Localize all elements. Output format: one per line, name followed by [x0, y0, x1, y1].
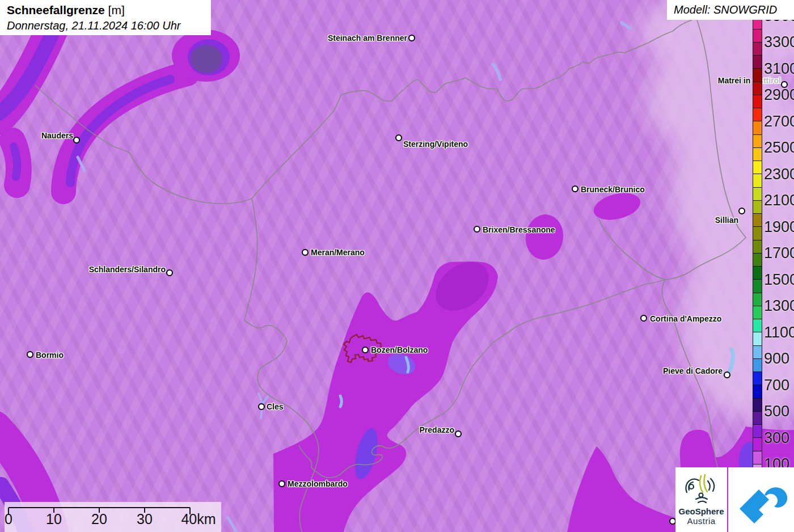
colorbar-segment [753, 42, 762, 55]
city-label: Cles [267, 402, 284, 412]
map-title: Schneefallgrenze [m] [7, 2, 204, 18]
city-label: Meran/Merano [311, 247, 365, 257]
city-marker-brixen-bressanone [474, 226, 480, 233]
colorbar-segment [753, 358, 762, 371]
colorbar-segment [753, 451, 762, 464]
colorbar-segment [753, 293, 762, 306]
colorbar-tick-label: 2900 [764, 86, 794, 103]
model-box: Modell: SNOWGRID [667, 0, 794, 20]
scalebar-label: 0 [5, 511, 12, 527]
colorbar-segment [753, 55, 762, 68]
colorbar-segment [753, 82, 762, 95]
city-label: Cortina d'Ampezzo [650, 314, 721, 324]
colorbar-tick-label: 2300 [764, 166, 794, 183]
colorbar-tick-label: 1700 [764, 244, 794, 261]
colorbar-segment [753, 226, 762, 239]
colorbar-segment [753, 398, 762, 411]
colorbar-tick-label: 700 [764, 377, 789, 394]
title-parameter: Schneefallgrenze [7, 3, 105, 16]
scalebar: 010203040km [5, 502, 221, 532]
colorbar-segment [753, 253, 762, 266]
city-marker-steinach-am-brenner [408, 35, 415, 41]
colorbar-segment [753, 437, 762, 450]
city-label: Bruneck/Brunico [581, 184, 645, 195]
colorbar-tick-label: 3300 [764, 33, 794, 50]
colorbar-segment [753, 385, 762, 398]
city-label: Nauders [41, 130, 73, 141]
city-label: Brixen/Bressanone [483, 225, 555, 235]
colorbar-segment [753, 332, 762, 345]
colorbar-tick-label: 2100 [764, 192, 794, 209]
colorbar-tick-label: 500 [764, 403, 789, 420]
colorbar-tick-label: 1100 [764, 324, 794, 341]
geosphere-contours-icon [683, 474, 720, 506]
geosphere-logo-box: GeoSphere Austria [675, 467, 727, 532]
colorbar-tick-label: 1500 [764, 271, 794, 288]
colorbar-segment [753, 345, 762, 358]
colorbar-segment [753, 200, 762, 213]
city-label: Matrei in Osttirol [718, 75, 781, 86]
snowline-colorbar [753, 2, 762, 471]
city-marker-meran-merano [302, 249, 309, 256]
colorbar-segment [753, 161, 762, 174]
colorbar-segment [753, 266, 762, 279]
colorbar-segment [753, 134, 762, 147]
city-marker-nauders [73, 137, 80, 143]
colorbar-tick-label: 2500 [764, 139, 794, 156]
colorbar-segment [753, 319, 762, 332]
title-box: Schneefallgrenze [m] Donnerstag, 21.11.2… [0, 0, 211, 35]
geosphere-name: GeoSphere [678, 506, 724, 516]
model-label: Modell: SNOWGRID [674, 3, 777, 16]
city-marker-bozen-bolzano [362, 347, 369, 353]
colorbar-segment [753, 68, 762, 81]
colorbar-tick-label: 2700 [764, 113, 794, 130]
colorbar-segment [753, 121, 762, 134]
city-marker-bormio [27, 351, 33, 358]
city-label: Sillian [715, 215, 738, 225]
colorbar-segment [753, 424, 762, 437]
city-marker-bruneck-brunico [572, 185, 578, 192]
scalebar-label: 40km [181, 511, 216, 527]
weather-map-window: Steinach am BrennerNaudersSterzing/Vipit… [0, 0, 794, 532]
colorbar-tick-label: 300 [764, 429, 789, 446]
colorbar-segment [753, 108, 762, 121]
city-label-part: sttirol [759, 76, 781, 85]
colorbar-tick-label: 900 [764, 350, 789, 367]
city-marker-cortina-d-ampezzo [640, 315, 647, 322]
colorbar-segment [753, 411, 762, 424]
city-marker-cles [258, 403, 265, 410]
city-label: Predazzo [420, 425, 454, 435]
colorbar-segment [753, 213, 762, 226]
scalebar-label: 20 [91, 511, 107, 527]
colorbar-tick-label: 1300 [764, 297, 794, 314]
colorbar-tick-label: 1900 [764, 218, 794, 235]
colorbar-segment [753, 174, 762, 187]
geosphere-country: Austria [687, 516, 715, 526]
colorbar-segment [753, 240, 762, 253]
city-label: Pieve di Cadore [663, 366, 723, 376]
colorbar-segment [753, 187, 762, 200]
title-unit: [m] [108, 3, 125, 16]
south-tyrol-weather-logo [734, 476, 788, 523]
colorbar-tick-label: 3100 [764, 60, 794, 77]
city-label: Schlanders/Silandro [89, 264, 166, 275]
city-label: Sterzing/Vipiteno [403, 139, 468, 149]
colorbar-segment [753, 371, 762, 385]
city-marker-pieve-di-cadore [724, 371, 730, 378]
partner-logo-box [728, 467, 794, 532]
colorbar-segment [753, 29, 762, 42]
colorbar-segment [753, 147, 762, 161]
city-marker-mezzolombardo [278, 480, 285, 487]
colorbar-segment [753, 306, 762, 319]
city-label: Bozen/Bolzano [371, 345, 428, 355]
city-label: Mezzolombardo [288, 479, 348, 489]
city-marker-sillian [738, 208, 745, 214]
city-marker-schlanders-silandro [166, 269, 173, 276]
city-label: Bormio [36, 350, 64, 360]
city-marker-sterzing-vipiteno [395, 134, 402, 141]
scalebar-label: 30 [137, 511, 153, 527]
scalebar-label: 10 [46, 511, 62, 527]
city-marker-predazzo [455, 430, 462, 437]
colorbar-segment [753, 279, 762, 292]
valid-datetime: Donnerstag, 21.11.2024 16:00 Uhr [7, 18, 204, 33]
